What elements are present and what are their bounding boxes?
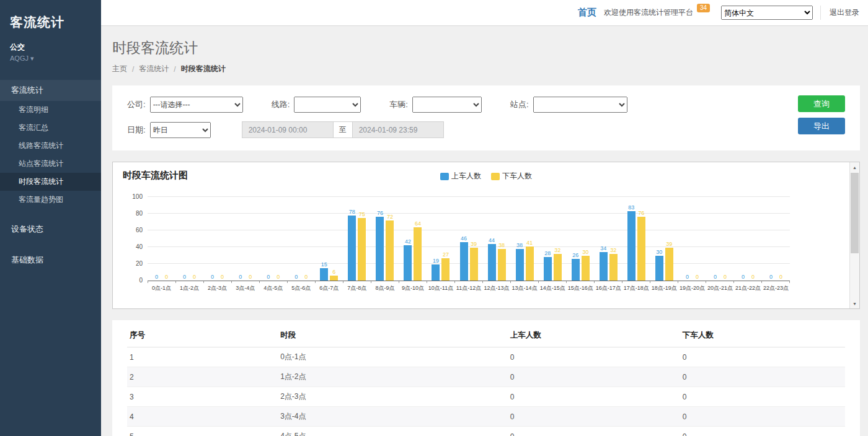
bar-group: 4264 <box>399 197 427 281</box>
boarding-bar <box>432 264 440 281</box>
bar-value-label: 15 <box>321 261 327 268</box>
x-axis-label: 14点-15点 <box>539 284 567 292</box>
bar-group: 00 <box>203 197 231 281</box>
axis-tick <box>511 281 539 283</box>
legend-item[interactable]: 下车人数 <box>491 171 532 181</box>
sidebar-section-passenger-stats[interactable]: 客流统计 <box>0 80 101 101</box>
table-row: 54点-5点00 <box>127 427 845 436</box>
language-select[interactable]: 简体中文 <box>721 6 813 20</box>
bar-value-label: 38 <box>516 242 523 248</box>
sidebar-item[interactable]: 站点客流统计 <box>0 155 101 173</box>
date-preset-select[interactable]: 昨日 <box>150 122 211 138</box>
scrollbar-thumb[interactable] <box>851 173 859 253</box>
bar-value-label: 27 <box>443 251 449 258</box>
date-label: 日期: <box>127 124 146 136</box>
x-axis <box>148 281 790 283</box>
bar-column: 0 <box>190 197 198 281</box>
axis-tick <box>678 281 706 283</box>
table-header-row: 序号时段上车人数下车人数 <box>127 324 845 347</box>
bar-column: 78 <box>348 197 356 281</box>
sidebar-item[interactable]: 客流量趋势图 <box>0 191 101 209</box>
legend-item[interactable]: 上车人数 <box>440 171 481 181</box>
breadcrumb-item[interactable]: 客流统计 <box>139 64 169 74</box>
date-start-input[interactable] <box>242 121 334 138</box>
bar-value-label: 0 <box>155 274 158 280</box>
bar-value-label: 75 <box>359 211 365 217</box>
y-axis-label: 40 <box>136 243 143 250</box>
table-header-cell: 序号 <box>127 324 278 347</box>
bar-column: 0 <box>246 197 254 281</box>
x-axis-label: 20点-21点 <box>706 284 734 292</box>
line-select[interactable] <box>294 97 361 113</box>
bar-column: 28 <box>544 197 552 281</box>
bar-column: 0 <box>162 197 170 281</box>
station-select[interactable] <box>533 97 627 113</box>
bar-value-label: 42 <box>405 238 411 245</box>
sidebar-item[interactable]: 客流明细 <box>0 101 101 119</box>
bar-value-label: 38 <box>498 242 505 248</box>
company-label: 公司: <box>127 99 146 110</box>
y-axis: 020406080100 <box>126 197 148 281</box>
bar-group: 7875 <box>343 197 371 281</box>
x-axis-label: 19点-20点 <box>678 284 706 292</box>
company-select[interactable]: ---请选择--- <box>150 97 243 113</box>
bar-value-label: 0 <box>714 274 717 280</box>
scroll-down-icon[interactable]: ▼ <box>850 299 859 308</box>
bar-column: 27 <box>441 197 450 281</box>
table-cell: 0 <box>508 427 680 436</box>
bar-value-label: 0 <box>211 274 214 280</box>
sidebar-section-base-data[interactable]: 基础数据 <box>0 250 101 271</box>
notification-badge[interactable]: 34 <box>697 4 710 12</box>
bar-column: 38 <box>498 197 506 281</box>
bar-value-label: 39 <box>666 241 672 247</box>
bar-group: 00 <box>259 197 287 281</box>
bar-value-label: 0 <box>165 274 168 280</box>
export-button[interactable]: 导出 <box>798 118 845 134</box>
chart-scrollbar[interactable]: ▲ ▼ <box>849 162 859 308</box>
breadcrumb-item[interactable]: 主页 <box>112 64 127 74</box>
bar-column: 0 <box>711 197 719 281</box>
bar-column: 0 <box>208 197 216 281</box>
date-end-input[interactable] <box>352 121 444 138</box>
date-filter: 日期: 昨日 <box>127 122 211 138</box>
table-row: 21点-2点00 <box>127 367 845 387</box>
bar-group: 3432 <box>595 197 622 281</box>
scroll-up-icon[interactable]: ▲ <box>850 162 859 172</box>
table-cell: 0 <box>508 387 680 407</box>
page-title: 时段客流统计 <box>112 38 860 58</box>
data-table: 序号时段上车人数下车人数 10点-1点0021点-2点0032点-3点0043点… <box>127 324 845 436</box>
table-cell: 4 <box>127 407 278 427</box>
page-content: 时段客流统计 主页/客流统计/时段客流统计 查询 导出 公司: ---请选择--… <box>101 26 868 436</box>
station-label: 站点: <box>510 99 529 110</box>
breadcrumb: 主页/客流统计/时段客流统计 <box>112 64 860 74</box>
sidebar-item[interactable]: 线路客流统计 <box>0 137 101 155</box>
station-filter: 站点: <box>510 97 627 113</box>
boarding-bar <box>404 245 412 281</box>
home-link[interactable]: 首页 <box>578 7 596 19</box>
filter-panel: 查询 导出 公司: ---请选择--- 线路: 车辆: 站点: <box>112 85 860 150</box>
sidebar-item[interactable]: 时段客流统计 <box>0 173 101 191</box>
bar-value-label: 0 <box>724 274 727 280</box>
bar-column: 0 <box>749 197 757 281</box>
axis-tick <box>539 281 567 283</box>
sidebar-section-device-status[interactable]: 设备状态 <box>0 219 101 240</box>
logout-link[interactable]: 退出登录 <box>820 6 859 20</box>
org-selector[interactable]: AQGJ ▾ <box>0 53 101 69</box>
bar-column: 83 <box>627 197 636 281</box>
bar-column: 76 <box>637 197 645 281</box>
table-cell: 4点-5点 <box>278 427 508 436</box>
alighting-bar <box>526 246 534 281</box>
chart-header: 时段车流统计图 上车人数下车人数 <box>123 170 849 183</box>
table-cell: 0 <box>508 407 680 427</box>
alighting-bar <box>414 227 422 281</box>
bar-column: 44 <box>488 197 496 281</box>
query-button[interactable]: 查询 <box>798 95 845 112</box>
sidebar-item[interactable]: 客流汇总 <box>0 119 101 137</box>
main-area: 首页 欢迎使用客流统计管理平台 34 简体中文 退出登录 时段客流统计 主页/客… <box>101 0 868 436</box>
axis-tick <box>204 281 232 283</box>
table-header-cell: 时段 <box>278 324 508 347</box>
x-axis-label: 17点-18点 <box>622 284 650 292</box>
vehicle-select[interactable] <box>412 97 482 113</box>
bar-column: 34 <box>600 197 608 281</box>
alighting-bar <box>554 254 562 281</box>
